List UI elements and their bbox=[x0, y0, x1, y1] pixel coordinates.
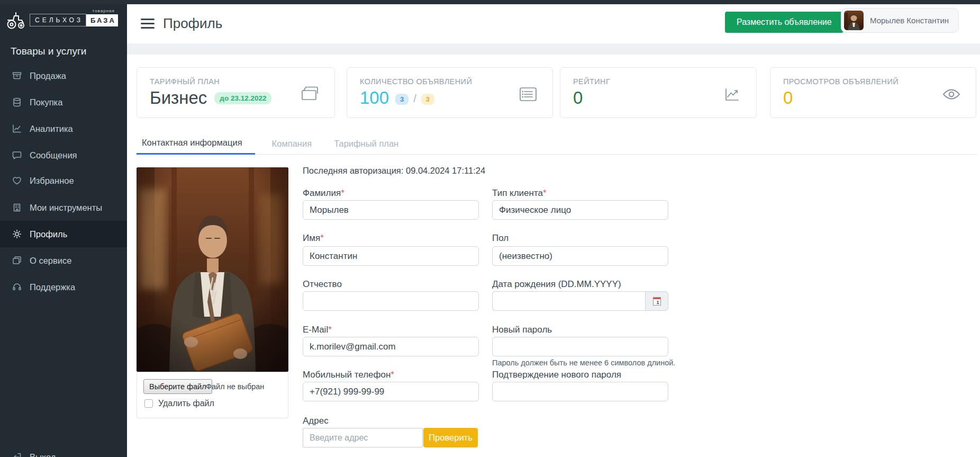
top-strip bbox=[0, 0, 980, 4]
phone-input[interactable] bbox=[303, 382, 479, 401]
profile-page: товарная СЕЛЬХОЗ БАЗА Товары и услуги Пр… bbox=[0, 0, 980, 457]
first-name-input[interactable] bbox=[303, 246, 479, 266]
sidebar-item-label: Аналитика bbox=[30, 124, 73, 134]
sidebar-item-profile[interactable]: Профиль bbox=[0, 221, 127, 247]
sidebar-item-purchase[interactable]: Покупка bbox=[0, 89, 127, 115]
new-password-label: Новый пароль bbox=[492, 325, 552, 335]
gender-label: Пол bbox=[492, 233, 509, 244]
profile-photo bbox=[137, 167, 288, 372]
password-hint: Пароль должен быть не менее 6 символов д… bbox=[492, 359, 675, 367]
confirm-password-label: Подтверждение нового пароля bbox=[492, 370, 621, 380]
sidebar-item-favorites[interactable]: Избранное bbox=[0, 167, 127, 194]
ads-limit-badge: 3 bbox=[421, 94, 434, 105]
sidebar-item-messages[interactable]: Сообщения bbox=[0, 142, 127, 168]
sidebar-section-title: Товары и услуги bbox=[11, 46, 86, 57]
client-type-label: Тип клиента* bbox=[492, 188, 547, 199]
sidebar-item-my-tools[interactable]: Мои инструменты bbox=[0, 194, 127, 221]
middle-name-input[interactable] bbox=[303, 291, 479, 311]
page-title: Профиль bbox=[163, 15, 222, 32]
user-menu[interactable]: Морылев Константин bbox=[841, 8, 959, 33]
sidebar-item-support[interactable]: Поддержка bbox=[0, 274, 127, 300]
card-label: КОЛИЧЕСТВО ОБЪЯВЛЕНИЙ bbox=[360, 77, 540, 86]
birth-date-group bbox=[492, 291, 668, 311]
last-name-input[interactable] bbox=[303, 200, 479, 220]
profile-tabs: Контактная информация Компания Тарифный … bbox=[137, 132, 977, 155]
brand-word-2: БАЗА bbox=[86, 14, 118, 26]
tariff-value: Бизнес bbox=[150, 89, 207, 107]
calendar-button[interactable] bbox=[645, 291, 668, 311]
sidebar-item-label: Мои инструменты bbox=[30, 203, 102, 213]
calendar-icon bbox=[653, 297, 661, 306]
address-check-button[interactable]: Проверить bbox=[423, 428, 478, 447]
logout-icon bbox=[12, 452, 22, 457]
sidebar-item-label: Поддержка bbox=[30, 282, 75, 292]
tab-tariff-plan[interactable]: Тарифный план bbox=[329, 132, 404, 155]
sidebar-item-label: О сервисе bbox=[30, 256, 71, 266]
email-input[interactable] bbox=[303, 337, 479, 356]
phone-label: Мобильный телефон* bbox=[303, 370, 394, 380]
sidebar: товарная СЕЛЬХОЗ БАЗА Товары и услуги Пр… bbox=[0, 0, 127, 457]
sidebar-item-label: Избранное bbox=[30, 176, 74, 186]
card-views: ПРОСМОТРОВ ОБЪЯВЛЕНИЙ 0 bbox=[770, 67, 976, 118]
eye-icon bbox=[940, 83, 963, 106]
photo-upload-panel: Выберите файл Файл не выбран Удалить фай… bbox=[137, 372, 288, 418]
new-password-input[interactable] bbox=[492, 337, 668, 356]
card-label: ПРОСМОТРОВ ОБЪЯВЛЕНИЙ bbox=[783, 77, 963, 86]
user-name: Морылев Константин bbox=[870, 16, 949, 25]
rating-value: 0 bbox=[573, 89, 583, 107]
avatar bbox=[844, 11, 864, 30]
sidebar-item-analytics[interactable]: Аналитика bbox=[0, 115, 127, 142]
ads-separator: / bbox=[413, 93, 416, 105]
last-name-label: Фамилия* bbox=[303, 188, 344, 199]
post-ad-button[interactable]: Разместить объявление bbox=[725, 12, 843, 33]
sidebar-item-label: Покупка bbox=[30, 97, 62, 107]
choose-file-button[interactable]: Выберите файл bbox=[143, 379, 212, 394]
archive-box-icon bbox=[12, 70, 22, 81]
tractor-icon bbox=[5, 11, 26, 30]
tab-contact-info[interactable]: Контактная информация bbox=[137, 132, 255, 155]
heart-icon bbox=[12, 175, 22, 186]
delete-file-label: Удалить файл bbox=[158, 399, 214, 408]
delete-file-checkbox[interactable] bbox=[144, 399, 153, 408]
brand-logo[interactable]: товарная СЕЛЬХОЗ БАЗА bbox=[5, 11, 118, 30]
confirm-password-input[interactable] bbox=[492, 382, 668, 401]
birth-date-label: Дата рождения (DD.MM.YYYY) bbox=[492, 279, 621, 290]
address-input[interactable] bbox=[303, 428, 423, 447]
ads-current-badge: 3 bbox=[395, 94, 409, 105]
sidebar-item-sale[interactable]: Продажа bbox=[0, 62, 127, 89]
file-status-text: Файл не выбран bbox=[206, 382, 264, 391]
list-icon bbox=[516, 83, 540, 106]
wallet-icon bbox=[298, 83, 322, 106]
gender-input[interactable] bbox=[492, 246, 668, 266]
email-label: E-Mail* bbox=[303, 325, 332, 335]
middle-name-label: Отчество bbox=[303, 279, 342, 290]
trend-chart-icon bbox=[720, 83, 743, 106]
last-auth-text: Последняя авторизация: 09.04.2024 17:11:… bbox=[303, 166, 485, 176]
chat-bubble-icon bbox=[12, 150, 22, 160]
windows-stack-icon bbox=[12, 255, 22, 266]
tab-company[interactable]: Компания bbox=[267, 132, 317, 155]
brand-super: товарная bbox=[93, 8, 115, 13]
first-name-label: Имя* bbox=[303, 233, 324, 244]
gear-icon bbox=[12, 229, 22, 239]
building-icon bbox=[12, 202, 22, 213]
address-group: Проверить bbox=[303, 428, 478, 447]
tariff-expiry-badge: до 23.12.2022 bbox=[214, 92, 271, 104]
sidebar-item-label: Сообщения bbox=[30, 150, 77, 160]
card-label: ТАРИФНЫЙ ПЛАН bbox=[150, 77, 322, 86]
sidebar-item-about[interactable]: О сервисе bbox=[0, 247, 127, 274]
card-tariff-plan: ТАРИФНЫЙ ПЛАН Бизнес до 23.12.2022 bbox=[137, 67, 335, 118]
card-rating: РЕЙТИНГ 0 bbox=[560, 67, 757, 118]
sidebar-item-logout[interactable]: Выход bbox=[0, 444, 127, 457]
sidebar-item-label: Выход bbox=[30, 452, 56, 457]
header: Профиль Разместить объявление Морылев Ко… bbox=[127, 4, 980, 43]
sidebar-item-label: Продажа bbox=[30, 71, 66, 81]
sidebar-item-label: Профиль bbox=[30, 229, 67, 239]
database-icon bbox=[12, 97, 22, 107]
ads-count-value: 100 bbox=[360, 89, 389, 107]
client-type-input[interactable] bbox=[492, 200, 668, 220]
line-chart-icon bbox=[12, 123, 22, 134]
views-value: 0 bbox=[783, 89, 793, 107]
birth-date-input[interactable] bbox=[492, 291, 645, 311]
hamburger-menu-icon[interactable] bbox=[141, 19, 155, 29]
